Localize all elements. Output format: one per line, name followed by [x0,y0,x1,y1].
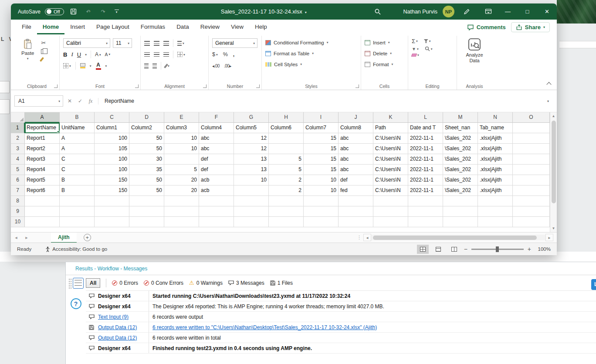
cell-J3[interactable]: abc [339,144,373,154]
increase-decimal-icon[interactable]: ◂.00 [212,64,220,68]
filter-messages-button[interactable]: 3 Messages [228,280,264,286]
insert-function-icon[interactable]: fx [86,98,95,104]
cell-G1[interactable]: Column5 [234,123,269,133]
cell-K6[interactable]: C:\Users\N [373,175,408,185]
result-message-row[interactable]: Text Input (9)6 records were output [86,312,596,322]
cell-M5[interactable]: \Sales_202 [443,165,478,175]
cell-M6[interactable]: \Sales_202 [443,175,478,185]
cell-C8[interactable] [95,196,129,206]
cell-D10[interactable] [129,217,164,227]
cell-L8[interactable] [408,196,443,206]
cell-H4[interactable]: 5 [269,154,304,165]
cell-J2[interactable]: abc [339,133,373,144]
result-message-row[interactable]: Designer x64Started running C:\Users\Nat… [86,291,596,301]
filter-warnings-button[interactable]: ⚠0 Warnings [189,280,223,286]
ink-pen-icon[interactable] [461,6,472,17]
cell-K5[interactable]: C:\Users\N [373,165,408,175]
cell-D7[interactable]: 50 [129,185,164,196]
decrease-font-size-button[interactable]: A▾ [105,52,110,57]
column-header-F[interactable]: F [199,112,234,123]
format-painter-icon[interactable] [40,57,44,62]
filter-all-button[interactable]: All [86,278,100,288]
cell-H8[interactable] [269,196,304,206]
wrap-text-icon[interactable]: ▾ [177,41,184,46]
menu-tab-formulas[interactable]: Formulas [135,20,171,34]
cell-E5[interactable]: 5 [164,165,199,175]
autosave-toggle[interactable]: Off [45,8,64,15]
cell-M2[interactable]: \Sales_202 [443,133,478,144]
cell-L1[interactable]: Date and T [408,123,443,133]
cell-F10[interactable] [199,217,234,227]
cell-K10[interactable] [373,217,408,227]
align-top-icon[interactable] [144,41,150,46]
increase-indent-icon[interactable] [152,64,157,68]
borders-icon[interactable]: ▾ [63,63,71,68]
close-button[interactable]: ✕ [537,3,557,20]
cell-D3[interactable]: 50 [129,144,164,154]
decrease-indent-icon[interactable] [144,64,149,68]
cell-K4[interactable]: C:\Users\N [373,154,408,165]
cell-B10[interactable] [60,217,95,227]
conditional-formatting-button[interactable]: Conditional Formatting ▾ [265,37,357,48]
copy-icon[interactable] [41,49,45,54]
cell-A7[interactable]: Report6 [25,185,60,196]
cell-C6[interactable]: 150 [95,175,129,185]
cell-G2[interactable]: 12 [234,133,269,144]
row-header-5[interactable]: 5 [11,165,25,175]
cell-E2[interactable]: 10 [164,133,199,144]
horizontal-scrollbar[interactable]: ◄ ► [363,234,553,241]
menu-tab-view[interactable]: View [225,20,249,34]
zoom-out-button[interactable]: − [464,246,467,253]
cell-B6[interactable]: B [60,175,95,185]
cell-C2[interactable]: 100 [95,133,129,144]
cell-C9[interactable] [95,206,129,217]
cell-D1[interactable]: Column2 [129,123,164,133]
cell-L2[interactable]: 2022-11-1 [408,133,443,144]
cell-M8[interactable] [443,196,478,206]
cell-C10[interactable] [95,217,129,227]
cell-A2[interactable]: Report1 [25,133,60,144]
help-icon[interactable]: ? [71,298,81,309]
avatar[interactable]: NP [443,6,454,17]
undo-icon[interactable]: ↶▾ [83,6,94,17]
cell-G7[interactable] [234,185,269,196]
cell-D6[interactable]: 50 [129,175,164,185]
cell-F2[interactable]: abc [199,133,234,144]
find-select-icon[interactable]: ▾ [425,46,433,51]
cell-H1[interactable]: Column6 [269,123,304,133]
cell-N5[interactable]: .xlsx|Ajith [478,165,513,175]
cell-C4[interactable]: 100 [95,154,129,165]
formula-input[interactable]: ReportName [100,95,543,107]
menu-tab-insert[interactable]: Insert [64,20,91,34]
cell-O7[interactable] [513,185,550,196]
cell-B2[interactable]: A [60,133,95,144]
cell-L7[interactable]: 2022-11-1 [408,185,443,196]
cell-B3[interactable]: A [60,144,95,154]
scroll-up-icon[interactable]: ▲ [552,112,555,120]
cell-I8[interactable] [304,196,339,206]
new-sheet-button[interactable]: + [84,234,91,241]
cell-J7[interactable]: fed [339,185,373,196]
search-icon[interactable] [372,6,383,17]
bold-button[interactable]: B [63,51,67,58]
menu-tab-page-layout[interactable]: Page Layout [91,20,135,34]
row-header-4[interactable]: 4 [11,154,25,165]
cell-K1[interactable]: Path [373,123,408,133]
cell-L5[interactable]: 2022-11-1 [408,165,443,175]
format-cells-button[interactable]: Format▾ [365,59,404,70]
result-message-row[interactable]: Output Data (12)6 records were written t… [86,322,596,333]
cell-C3[interactable]: 105 [95,144,129,154]
column-header-I[interactable]: I [304,112,339,123]
cell-K2[interactable]: C:\Users\N [373,133,408,144]
cell-O1[interactable] [513,123,550,133]
cell-B8[interactable] [60,196,95,206]
column-header-J[interactable]: J [339,112,373,123]
collapse-ribbon-icon[interactable] [546,82,551,87]
customize-quick-access-icon[interactable]: ▾ [115,10,119,14]
normal-view-button[interactable] [417,245,429,254]
page-layout-view-button[interactable] [433,245,444,254]
cell-F6[interactable]: acb [199,175,234,185]
cell-N3[interactable]: .xlsx|Ajith [478,144,513,154]
cell-F8[interactable] [199,196,234,206]
cell-H5[interactable]: 5 [269,165,304,175]
